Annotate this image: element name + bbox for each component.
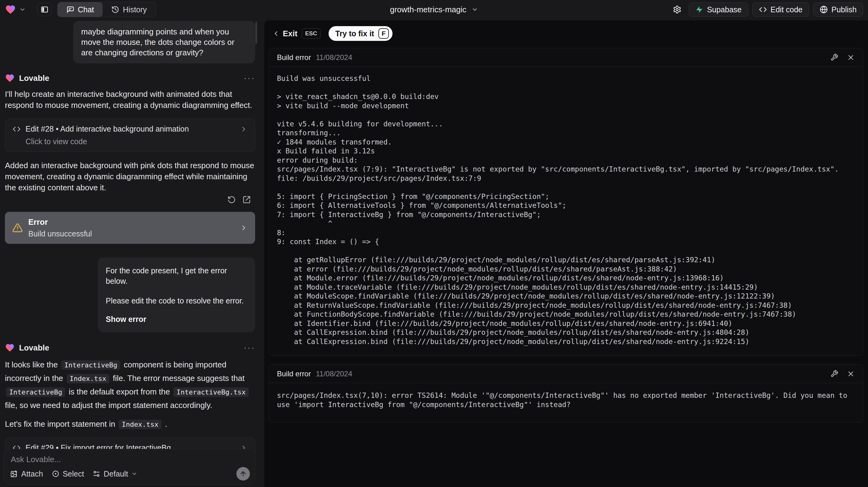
assistant-header: Lovable ··· [5, 342, 255, 354]
publish-label: Publish [831, 5, 857, 14]
target-icon [52, 470, 60, 478]
chat-scrollbar[interactable] [255, 22, 257, 44]
build-error-card[interactable]: Error Build unsuccessful [5, 212, 255, 244]
build-error-header: Build error 11/08/2024 [269, 48, 863, 67]
tab-history[interactable]: History [103, 2, 156, 17]
build-error-log-card-2: Build error 11/08/2024 src/pages/Index.t… [269, 364, 863, 422]
assistant-header: Lovable ··· [5, 72, 255, 84]
user-message: maybe diagramming points and when you mo… [73, 21, 255, 63]
build-error-header: Build error 11/08/2024 [269, 365, 863, 383]
chevron-right-icon [240, 224, 248, 232]
chat-history-tab-group: Chat History [57, 2, 156, 17]
error-panel-toolbar: Exit ESC Try to fix it F [269, 25, 863, 42]
fix-with-ai-button[interactable] [831, 54, 838, 61]
edit-28-subtitle: Click to view code [26, 137, 247, 146]
chevron-down-icon [19, 6, 26, 13]
try-to-fix-label: Try to fix it [335, 29, 374, 38]
sliders-icon [93, 470, 100, 478]
build-log: Build was unsuccessful > vite_react_shad… [277, 74, 855, 346]
top-header: Chat History growth-metrics-magic [0, 0, 868, 19]
send-button[interactable] [236, 467, 250, 481]
message-menu-button[interactable]: ··· [244, 74, 255, 82]
chat-panel: maybe diagramming points and when you mo… [0, 19, 257, 487]
code-brackets-icon [759, 5, 767, 13]
fix-with-ai-button[interactable] [831, 370, 838, 377]
chevron-down-icon [131, 471, 137, 477]
assistant-fix-text: It looks like the InteractiveBg componen… [5, 358, 255, 412]
lovable-logo-menu[interactable] [5, 4, 26, 15]
tab-history-label: History [123, 5, 147, 14]
user-error-message: For the code present, I get the error be… [98, 257, 255, 332]
inline-code: InteractiveBg [6, 387, 65, 397]
project-switcher[interactable]: growth-metrics-magic [390, 5, 478, 14]
supabase-bolt-icon [695, 5, 703, 13]
edit-code-button[interactable]: Edit code [752, 2, 809, 17]
restore-button[interactable] [227, 195, 236, 204]
build-error-body: Build was unsuccessful > vite_react_shad… [269, 67, 863, 356]
composer-placeholder[interactable]: Ask Lovable... [11, 455, 249, 464]
error-card-title: Error [28, 217, 92, 227]
history-icon [111, 5, 119, 13]
lovable-avatar [5, 343, 15, 353]
edit-code-label: Edit code [771, 5, 803, 14]
exit-button[interactable]: Exit [272, 29, 298, 38]
arrow-up-icon [240, 470, 247, 478]
inline-code: Index.tsx [119, 420, 161, 429]
build-error-title: Build error [277, 53, 311, 62]
image-attach-icon [10, 470, 18, 478]
lovable-heart-logo [5, 4, 16, 15]
inline-code: InteractiveBg.tsx [173, 387, 249, 397]
assistant-fix-text-2: Let's fix the import statement in Index.… [5, 418, 255, 431]
tab-chat-label: Chat [78, 5, 94, 14]
model-selector-button[interactable]: Default [93, 469, 137, 478]
attach-button[interactable]: Attach [10, 469, 43, 478]
inline-code: InteractiveBg [61, 360, 120, 370]
close-button[interactable] [847, 54, 855, 61]
publish-button[interactable]: Publish [813, 2, 863, 17]
assistant-intro-text: I'll help create an interactive backgrou… [5, 89, 255, 111]
attach-label: Attach [21, 469, 43, 478]
settings-button[interactable] [670, 2, 684, 17]
gear-icon [673, 5, 681, 14]
error-card-subtitle: Build unsuccessful [28, 230, 92, 238]
close-icon [847, 370, 855, 378]
build-error-date: 11/08/2024 [316, 370, 352, 378]
chat-bubble-icon [66, 5, 74, 13]
edit-28-card[interactable]: Edit #28 • Add interactive background an… [5, 119, 255, 152]
warning-triangle-icon [12, 222, 23, 233]
tab-chat[interactable]: Chat [58, 2, 103, 17]
inline-code: Index.tsx [67, 374, 110, 384]
message-actions [5, 195, 255, 204]
supabase-button[interactable]: Supabase [689, 2, 748, 17]
lovable-avatar [5, 73, 15, 83]
show-error-link[interactable]: Show error [106, 314, 247, 324]
model-label: Default [103, 469, 128, 478]
error-overlay-panel: Exit ESC Try to fix it F Build error 11/… [264, 20, 868, 487]
message-menu-button[interactable]: ··· [244, 343, 255, 352]
build-error-date: 11/08/2024 [316, 53, 352, 62]
panel-left-icon [40, 5, 49, 13]
sidebar-toggle-button[interactable] [37, 3, 52, 16]
build-error-title: Build error [277, 370, 311, 378]
wrench-icon [831, 370, 838, 377]
close-button[interactable] [847, 370, 855, 378]
globe-icon [820, 5, 828, 13]
wrench-icon [831, 54, 838, 61]
chat-composer[interactable]: Ask Lovable... Attach Select [4, 449, 255, 485]
assistant-name: Lovable [19, 343, 49, 353]
select-button[interactable]: Select [52, 469, 84, 478]
select-label: Select [63, 469, 84, 478]
supabase-label: Supabase [707, 5, 742, 14]
f-key-badge: F [378, 28, 389, 39]
edit-28-title: Edit #28 • Add interactive background an… [26, 124, 189, 133]
chevron-right-icon [240, 125, 247, 133]
code-brackets-icon [12, 125, 21, 133]
open-preview-button[interactable] [243, 195, 251, 204]
assistant-summary-text: Added an interactive background with pin… [5, 160, 255, 193]
esc-key-badge: ESC [302, 28, 320, 39]
chevron-down-icon [471, 6, 478, 13]
external-link-icon [243, 195, 251, 204]
build-error-body: src/pages/Index.tsx(7,10): error TS2614:… [269, 383, 863, 422]
assistant-name: Lovable [19, 73, 49, 83]
try-to-fix-button[interactable]: Try to fix it F [329, 26, 393, 41]
